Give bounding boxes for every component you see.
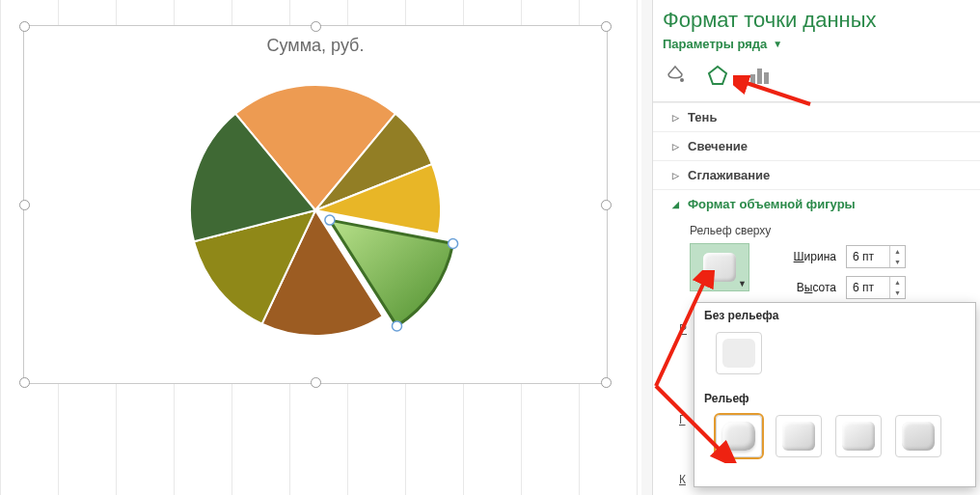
bevel-option-none[interactable]	[716, 332, 762, 374]
svg-rect-3	[757, 69, 762, 84]
bevel-icon	[902, 422, 935, 451]
series-options-label: Параметры ряда	[663, 37, 767, 51]
truncated-label: К	[679, 473, 686, 486]
effects-tab-icon[interactable]	[705, 63, 730, 88]
top-bevel-picker[interactable]: ▼	[690, 243, 749, 291]
pane-tabs	[653, 57, 980, 102]
section-label: Формат объемной фигуры	[688, 197, 856, 211]
svg-rect-4	[764, 72, 769, 84]
svg-rect-2	[750, 74, 755, 84]
resize-handle[interactable]	[19, 377, 30, 388]
chart-frame[interactable]: Сумма, руб.	[23, 25, 608, 384]
spin-up-icon[interactable]: ▲	[890, 246, 905, 257]
input-value: 6 пт	[847, 250, 874, 263]
bevel-option-2[interactable]	[776, 415, 822, 457]
bevel-icon	[722, 422, 755, 451]
section-glow[interactable]: ▷Свечение	[653, 131, 980, 160]
fill-line-tab-icon[interactable]	[663, 63, 688, 88]
top-bevel-label: Рельеф сверху	[653, 218, 980, 241]
bevel-icon	[842, 422, 875, 451]
bevel-option-1[interactable]	[716, 415, 762, 457]
bevel-width-input[interactable]: 6 пт ▲▼	[846, 245, 906, 268]
bevel-preview-icon	[703, 253, 736, 282]
expand-icon: ▷	[672, 171, 682, 180]
series-options-dropdown[interactable]: Параметры ряда ▼	[653, 33, 980, 57]
collapse-icon: ◢	[672, 200, 682, 209]
input-value: 6 пт	[847, 281, 874, 294]
section-3d-format[interactable]: ◢Формат объемной фигуры	[653, 189, 980, 218]
bevel-width-label: Ширина	[778, 250, 836, 263]
section-label: Сглаживание	[688, 168, 770, 182]
bevel-option-3[interactable]	[835, 415, 882, 457]
expand-icon: ▷	[672, 113, 682, 123]
truncated-label: Р	[679, 322, 687, 336]
selection-handle[interactable]	[325, 215, 335, 225]
chart-title[interactable]: Сумма, руб.	[24, 36, 607, 56]
bevel-height-label: Высота	[778, 281, 836, 294]
gallery-heading-bevel: Рельеф	[694, 386, 975, 411]
chevron-down-icon: ▼	[773, 39, 782, 49]
resize-handle[interactable]	[311, 21, 321, 32]
bevel-icon	[782, 422, 815, 451]
spin-down-icon[interactable]: ▼	[890, 288, 905, 298]
worksheet-area: Сумма, руб.	[0, 0, 641, 495]
truncated-label: Г	[679, 413, 686, 426]
bevel-height-input[interactable]: 6 пт ▲▼	[846, 276, 906, 299]
section-soft-edges[interactable]: ▷Сглаживание	[653, 160, 980, 189]
bevel-option-4[interactable]	[895, 415, 941, 457]
resize-handle[interactable]	[601, 377, 612, 388]
bevel-gallery-popup: Без рельефа Рельеф	[694, 302, 976, 487]
resize-handle[interactable]	[19, 21, 30, 32]
section-shadow[interactable]: ▷Тень	[653, 102, 980, 131]
pie-chart[interactable]	[24, 56, 607, 365]
resize-handle[interactable]	[601, 21, 612, 32]
resize-handle[interactable]	[311, 377, 321, 388]
spin-down-icon[interactable]: ▼	[890, 257, 905, 267]
svg-marker-1	[709, 67, 726, 84]
expand-icon: ▷	[672, 142, 682, 151]
gallery-heading-no-bevel: Без рельефа	[694, 303, 975, 328]
chevron-down-icon: ▼	[738, 279, 747, 289]
svg-point-0	[680, 78, 684, 82]
section-label: Тень	[688, 110, 717, 124]
selection-handle[interactable]	[393, 321, 402, 331]
bevel-icon	[722, 339, 755, 368]
selection-handle[interactable]	[449, 239, 458, 249]
spin-up-icon[interactable]: ▲	[890, 277, 905, 288]
pane-title: Формат точки данных	[653, 2, 980, 33]
section-label: Свечение	[688, 139, 748, 153]
series-options-tab-icon[interactable]	[748, 63, 773, 88]
